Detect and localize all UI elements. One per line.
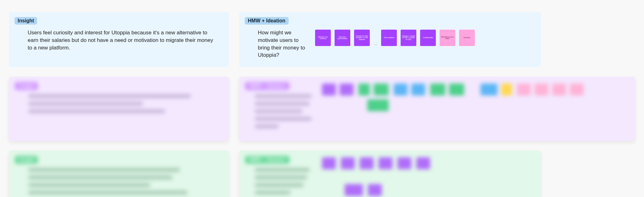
insight-card: Insight Users feel curiosity and interes… [9, 12, 229, 67]
sticky-note[interactable]: Resumen oportunidades [335, 30, 350, 46]
hmw-inner: How might we motivate users to bring the… [245, 29, 535, 59]
sticky-note[interactable]: Accedemos antes complicar un mes despues [354, 30, 370, 46]
sticky-note[interactable]: Movimientos de tu dinero [440, 30, 455, 46]
hmw-card-blurred: HMW + Ideation [239, 77, 635, 141]
insight-card-blurred: Insight [9, 77, 229, 141]
insight-tag-blurred: Insight [15, 156, 38, 164]
hmw-tag-blurred: HMW + Ideation [245, 82, 289, 90]
hmw-tag: HMW + Ideation [245, 17, 289, 25]
insight-tag-blurred: Insight [15, 82, 38, 90]
hmw-card-blurred: HMW + Ideation [239, 150, 541, 197]
hmw-question: How might we motivate users to bring the… [258, 29, 308, 59]
sticky-row: Resumen con confianzaResumen oportunidad… [315, 29, 475, 59]
row-blue: Insight Users feel curiosity and interes… [9, 12, 635, 67]
row-purple-blurred: Insight HMW + Ideation [9, 77, 635, 141]
row-green-blurred: Insight HMW + Ideation [9, 150, 635, 197]
blurred-stickies [322, 82, 584, 132]
insight-card-blurred: Insight [9, 150, 229, 197]
hmw-card: HMW + Ideation How might we motivate use… [239, 12, 541, 67]
insight-tag: Insight [14, 17, 37, 25]
sticky-note[interactable]: Resumen con confianza [315, 30, 331, 46]
blurred-stickies [322, 156, 435, 197]
sticky-note[interactable]: Ademas: 1. Simple en USD 2. Simple en US… [401, 30, 416, 46]
insight-text: Users feel curiosity and interest for Ut… [14, 29, 223, 51]
hmw-tag-blurred: HMW + Ideation [245, 156, 289, 164]
sticky-note[interactable]: Confidencialia [420, 30, 436, 46]
sticky-note[interactable]: Summary [459, 30, 475, 46]
sticky-note[interactable]: Todo confianza [381, 30, 397, 46]
arrow-icon: → [374, 42, 377, 47]
